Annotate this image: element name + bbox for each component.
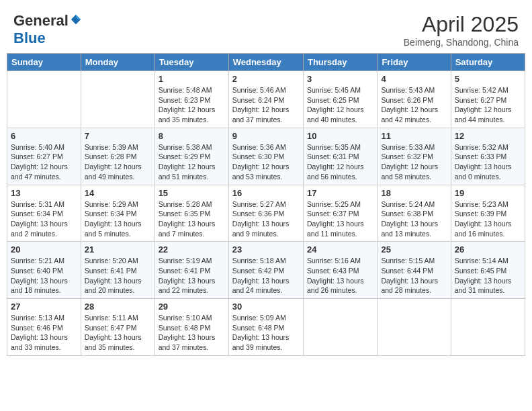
column-header-saturday: Saturday: [451, 54, 525, 71]
day-info: Sunrise: 5:24 AM Sunset: 6:38 PM Dayligh…: [381, 199, 447, 239]
calendar-cell: 20Sunrise: 5:21 AM Sunset: 6:40 PM Dayli…: [7, 242, 81, 299]
calendar-cell: 13Sunrise: 5:31 AM Sunset: 6:34 PM Dayli…: [7, 185, 81, 242]
calendar-table: SundayMondayTuesdayWednesdayThursdayFrid…: [7, 53, 525, 356]
day-number: 9: [232, 131, 300, 141]
day-number: 23: [232, 244, 300, 255]
calendar-cell: 16Sunrise: 5:27 AM Sunset: 6:36 PM Dayli…: [228, 185, 303, 242]
calendar-cell: 8Sunrise: 5:38 AM Sunset: 6:29 PM Daylig…: [154, 128, 228, 185]
day-number: 21: [85, 244, 151, 255]
title-block: April 2025 Beimeng, Shandong, China: [404, 12, 519, 48]
calendar-cell: 12Sunrise: 5:32 AM Sunset: 6:33 PM Dayli…: [451, 128, 525, 185]
location-text: Beimeng, Shandong, China: [404, 37, 519, 48]
day-info: Sunrise: 5:15 AM Sunset: 6:44 PM Dayligh…: [381, 256, 447, 295]
day-number: 8: [159, 131, 225, 141]
day-info: Sunrise: 5:39 AM Sunset: 6:28 PM Dayligh…: [85, 142, 151, 182]
day-number: 1: [159, 74, 225, 84]
column-header-monday: Monday: [81, 54, 154, 71]
day-number: 28: [85, 302, 151, 312]
calendar-cell: [378, 299, 451, 356]
logo: General Blue: [13, 12, 82, 47]
day-number: 12: [455, 131, 521, 141]
day-number: 25: [381, 244, 447, 255]
day-number: 4: [381, 74, 447, 84]
page-header: General Blue April 2025 Beimeng, Shandon…: [7, 7, 525, 50]
calendar-cell: 24Sunrise: 5:16 AM Sunset: 6:43 PM Dayli…: [303, 242, 377, 299]
calendar-cell: 15Sunrise: 5:28 AM Sunset: 6:35 PM Dayli…: [154, 185, 228, 242]
calendar-cell: 7Sunrise: 5:39 AM Sunset: 6:28 PM Daylig…: [81, 128, 154, 185]
day-info: Sunrise: 5:09 AM Sunset: 6:48 PM Dayligh…: [232, 313, 300, 353]
day-number: 30: [232, 302, 300, 312]
day-info: Sunrise: 5:48 AM Sunset: 6:23 PM Dayligh…: [159, 85, 225, 125]
day-number: 24: [307, 244, 373, 255]
calendar-cell: 1Sunrise: 5:48 AM Sunset: 6:23 PM Daylig…: [154, 71, 228, 128]
calendar-week-row: 6Sunrise: 5:40 AM Sunset: 6:27 PM Daylig…: [7, 128, 525, 185]
day-info: Sunrise: 5:13 AM Sunset: 6:46 PM Dayligh…: [11, 313, 77, 353]
day-info: Sunrise: 5:19 AM Sunset: 6:41 PM Dayligh…: [159, 256, 225, 295]
day-number: 15: [159, 188, 225, 198]
day-info: Sunrise: 5:46 AM Sunset: 6:24 PM Dayligh…: [232, 85, 300, 125]
logo-general-text: General: [13, 12, 69, 30]
day-info: Sunrise: 5:18 AM Sunset: 6:42 PM Dayligh…: [232, 256, 300, 295]
day-number: 6: [11, 131, 77, 141]
calendar-week-row: 13Sunrise: 5:31 AM Sunset: 6:34 PM Dayli…: [7, 185, 525, 242]
day-info: Sunrise: 5:27 AM Sunset: 6:36 PM Dayligh…: [232, 199, 300, 239]
day-info: Sunrise: 5:16 AM Sunset: 6:43 PM Dayligh…: [307, 256, 373, 295]
calendar-header-row: SundayMondayTuesdayWednesdayThursdayFrid…: [7, 54, 525, 71]
day-number: 7: [85, 131, 151, 141]
calendar-cell: 22Sunrise: 5:19 AM Sunset: 6:41 PM Dayli…: [154, 242, 228, 299]
calendar-cell: 9Sunrise: 5:36 AM Sunset: 6:30 PM Daylig…: [228, 128, 303, 185]
day-number: 11: [381, 131, 447, 141]
calendar-cell: 21Sunrise: 5:20 AM Sunset: 6:41 PM Dayli…: [81, 242, 154, 299]
calendar-cell: 25Sunrise: 5:15 AM Sunset: 6:44 PM Dayli…: [378, 242, 451, 299]
calendar-cell: 17Sunrise: 5:25 AM Sunset: 6:37 PM Dayli…: [303, 185, 377, 242]
day-number: 16: [232, 188, 300, 198]
day-number: 27: [11, 302, 77, 312]
column-header-wednesday: Wednesday: [228, 54, 303, 71]
calendar-cell: 29Sunrise: 5:10 AM Sunset: 6:48 PM Dayli…: [154, 299, 228, 356]
day-number: 18: [381, 188, 447, 198]
day-number: 29: [159, 302, 225, 312]
calendar-cell: 19Sunrise: 5:23 AM Sunset: 6:39 PM Dayli…: [451, 185, 525, 242]
day-info: Sunrise: 5:10 AM Sunset: 6:48 PM Dayligh…: [159, 313, 225, 353]
day-info: Sunrise: 5:32 AM Sunset: 6:33 PM Dayligh…: [455, 142, 521, 182]
calendar-week-row: 27Sunrise: 5:13 AM Sunset: 6:46 PM Dayli…: [7, 299, 525, 356]
calendar-cell: 23Sunrise: 5:18 AM Sunset: 6:42 PM Dayli…: [228, 242, 303, 299]
day-number: 3: [307, 74, 373, 84]
calendar-cell: 4Sunrise: 5:43 AM Sunset: 6:26 PM Daylig…: [378, 71, 451, 128]
day-info: Sunrise: 5:29 AM Sunset: 6:34 PM Dayligh…: [85, 199, 151, 239]
day-number: 20: [11, 244, 77, 255]
day-number: 10: [307, 131, 373, 141]
logo-icon: [70, 13, 82, 26]
day-info: Sunrise: 5:28 AM Sunset: 6:35 PM Dayligh…: [159, 199, 225, 239]
calendar-cell: 11Sunrise: 5:33 AM Sunset: 6:32 PM Dayli…: [378, 128, 451, 185]
calendar-week-row: 1Sunrise: 5:48 AM Sunset: 6:23 PM Daylig…: [7, 71, 525, 128]
calendar-cell: [451, 299, 525, 356]
calendar-cell: [7, 71, 81, 128]
day-number: 14: [85, 188, 151, 198]
day-number: 22: [159, 244, 225, 255]
day-info: Sunrise: 5:35 AM Sunset: 6:31 PM Dayligh…: [307, 142, 373, 182]
day-info: Sunrise: 5:38 AM Sunset: 6:29 PM Dayligh…: [159, 142, 225, 182]
calendar-cell: 27Sunrise: 5:13 AM Sunset: 6:46 PM Dayli…: [7, 299, 81, 356]
column-header-thursday: Thursday: [303, 54, 377, 71]
calendar-cell: 10Sunrise: 5:35 AM Sunset: 6:31 PM Dayli…: [303, 128, 377, 185]
calendar-cell: 26Sunrise: 5:14 AM Sunset: 6:45 PM Dayli…: [451, 242, 525, 299]
day-number: 2: [232, 74, 300, 84]
day-number: 5: [455, 74, 521, 84]
day-number: 19: [455, 188, 521, 198]
logo-blue-text: Blue: [13, 30, 46, 47]
column-header-sunday: Sunday: [7, 54, 81, 71]
month-title: April 2025: [404, 12, 519, 37]
day-info: Sunrise: 5:20 AM Sunset: 6:41 PM Dayligh…: [85, 256, 151, 295]
calendar-cell: [303, 299, 377, 356]
day-number: 13: [11, 188, 77, 198]
calendar-cell: 14Sunrise: 5:29 AM Sunset: 6:34 PM Dayli…: [81, 185, 154, 242]
day-info: Sunrise: 5:33 AM Sunset: 6:32 PM Dayligh…: [381, 142, 447, 182]
calendar-cell: 3Sunrise: 5:45 AM Sunset: 6:25 PM Daylig…: [303, 71, 377, 128]
calendar-cell: 30Sunrise: 5:09 AM Sunset: 6:48 PM Dayli…: [228, 299, 303, 356]
column-header-tuesday: Tuesday: [154, 54, 228, 71]
calendar-week-row: 20Sunrise: 5:21 AM Sunset: 6:40 PM Dayli…: [7, 242, 525, 299]
calendar-cell: 5Sunrise: 5:42 AM Sunset: 6:27 PM Daylig…: [451, 71, 525, 128]
day-number: 17: [307, 188, 373, 198]
day-info: Sunrise: 5:11 AM Sunset: 6:47 PM Dayligh…: [85, 313, 151, 353]
